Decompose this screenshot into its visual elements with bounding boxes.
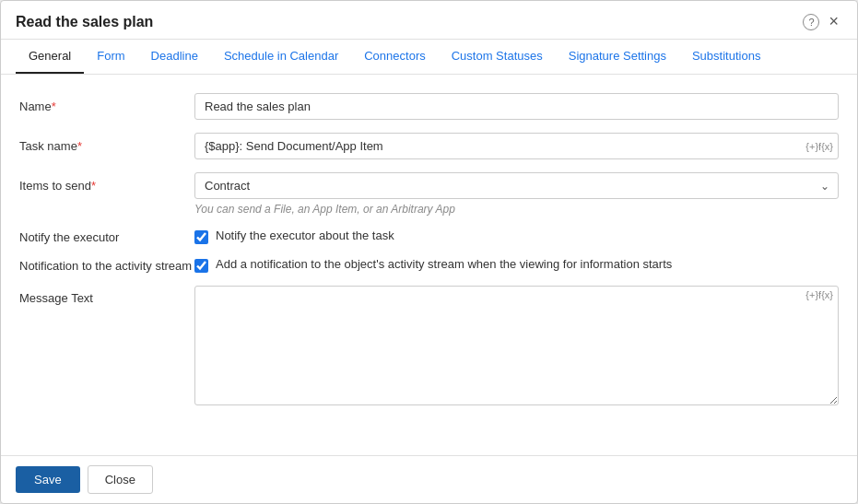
notify-activity-control: Add a notification to the object's activ…	[194, 257, 839, 273]
dialog-header: Read the sales plan ? ×	[1, 1, 857, 40]
tab-substitutions[interactable]: Substitutions	[679, 40, 773, 74]
form-body: Name* Task name* {+}f{x} Items to send*	[1, 75, 857, 455]
tab-schedule[interactable]: Schedule in Calendar	[211, 40, 351, 74]
tabs-bar: General Form Deadline Schedule in Calend…	[1, 40, 857, 75]
message-text-row: Message Text {+}f{x}	[19, 286, 839, 408]
dialog-footer: Save Close	[1, 455, 857, 503]
name-input[interactable]	[194, 93, 839, 120]
header-icons: ? ×	[803, 10, 842, 33]
items-to-send-select[interactable]: Contract	[194, 172, 839, 199]
notify-activity-row: Notification to the activity stream Add …	[19, 257, 839, 273]
task-name-formula-button[interactable]: {+}f{x}	[805, 141, 833, 152]
items-to-send-field-wrapper: Contract ⌄ You can send a File, an App I…	[194, 172, 839, 216]
notify-executor-row: Notify the executor Notify the executor …	[19, 229, 839, 244]
help-button[interactable]: ?	[803, 14, 819, 30]
notify-executor-control: Notify the executor about the task	[194, 229, 839, 244]
name-row: Name*	[19, 93, 839, 120]
name-field-wrapper	[194, 93, 839, 120]
notify-executor-label: Notify the executor	[19, 229, 194, 244]
notify-activity-checkbox[interactable]	[194, 259, 208, 273]
name-label: Name*	[19, 93, 194, 113]
task-name-field-wrapper: {+}f{x}	[194, 133, 839, 159]
message-textarea-wrapper: {+}f{x}	[194, 286, 839, 408]
save-button[interactable]: Save	[16, 466, 80, 493]
close-footer-button[interactable]: Close	[88, 465, 153, 494]
dialog-title: Read the sales plan	[16, 14, 153, 30]
notify-activity-label: Notification to the activity stream	[19, 257, 194, 273]
task-name-row: Task name* {+}f{x}	[19, 133, 839, 159]
tab-custom-statuses[interactable]: Custom Statuses	[439, 40, 556, 74]
tab-form[interactable]: Form	[84, 40, 137, 74]
message-formula-button[interactable]: {+}f{x}	[805, 289, 833, 300]
items-select-wrapper: Contract ⌄	[194, 172, 839, 199]
task-name-input[interactable]	[194, 133, 839, 159]
close-button[interactable]: ×	[825, 10, 842, 33]
dialog: Read the sales plan ? × General Form Dea…	[0, 0, 858, 504]
tab-signature-settings[interactable]: Signature Settings	[556, 40, 679, 74]
message-text-label: Message Text	[19, 286, 194, 305]
items-to-send-label: Items to send*	[19, 172, 194, 193]
message-text-input[interactable]	[194, 286, 839, 405]
tab-deadline[interactable]: Deadline	[138, 40, 211, 74]
notify-executor-checkbox[interactable]	[194, 230, 208, 244]
tab-general[interactable]: General	[16, 40, 84, 74]
task-name-label: Task name*	[19, 133, 194, 153]
items-to-send-row: Items to send* Contract ⌄ You can send a…	[19, 172, 839, 216]
notify-executor-text: Notify the executor about the task	[216, 229, 394, 242]
notify-activity-text: Add a notification to the object's activ…	[216, 257, 672, 271]
tab-connectors[interactable]: Connectors	[351, 40, 438, 74]
items-hint: You can send a File, an App Item, or an …	[194, 203, 839, 216]
